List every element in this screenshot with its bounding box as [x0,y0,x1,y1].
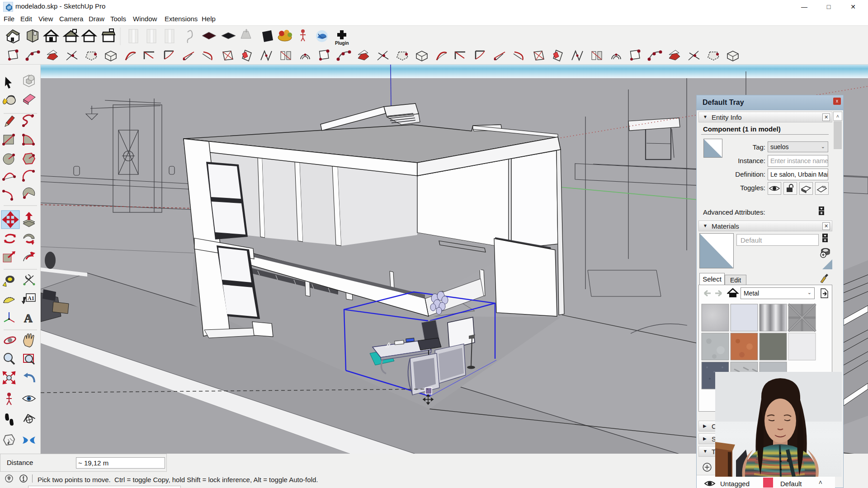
svg-text:Plugin: Plugin [335,41,349,46]
svg-text:A1: A1 [28,295,34,301]
svg-text:A: A [24,312,33,325]
